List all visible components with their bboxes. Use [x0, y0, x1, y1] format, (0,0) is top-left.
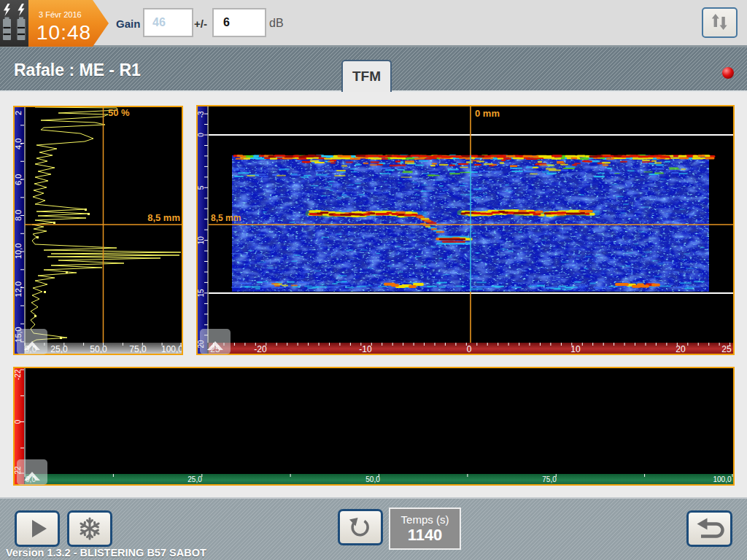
svg-text:10: 10	[198, 236, 205, 245]
svg-text:75,0: 75,0	[129, 344, 147, 354]
svg-text:100,0: 100,0	[161, 344, 182, 354]
svg-text:-10: -10	[359, 344, 372, 354]
svg-text:25,0: 25,0	[50, 344, 68, 354]
svg-text:0: 0	[15, 419, 22, 424]
svg-text:8,5 mm: 8,5 mm	[147, 212, 180, 223]
svg-text:25: 25	[721, 344, 732, 354]
svg-text:12,0: 12,0	[15, 281, 23, 297]
svg-text:6,0: 6,0	[15, 174, 23, 185]
svg-text:2: 2	[15, 111, 23, 115]
svg-text:-20: -20	[254, 344, 267, 354]
svg-text:25,0: 25,0	[187, 475, 202, 483]
svg-text:10,0: 10,0	[15, 244, 23, 259]
svg-text:-22: -22	[15, 369, 22, 380]
svg-text:8,0: 8,0	[15, 210, 23, 221]
svg-text:50,0: 50,0	[90, 344, 107, 354]
svg-text:0: 0	[467, 344, 472, 354]
svg-text:75,0: 75,0	[542, 475, 557, 483]
svg-text:50,0: 50,0	[365, 475, 380, 483]
svg-text:0 mm: 0 mm	[475, 108, 500, 119]
svg-text:50 %: 50 %	[108, 107, 130, 118]
svg-text:4,0: 4,0	[15, 139, 23, 149]
svg-text:15: 15	[198, 289, 205, 298]
svg-text:0: 0	[198, 133, 205, 137]
svg-text:100,0: 100,0	[713, 475, 731, 483]
svg-text:-3: -3	[198, 111, 205, 117]
svg-text:10: 10	[570, 344, 581, 354]
svg-text:5: 5	[198, 185, 205, 190]
svg-text:8,5 mm: 8,5 mm	[211, 213, 241, 223]
svg-text:20: 20	[676, 344, 686, 354]
